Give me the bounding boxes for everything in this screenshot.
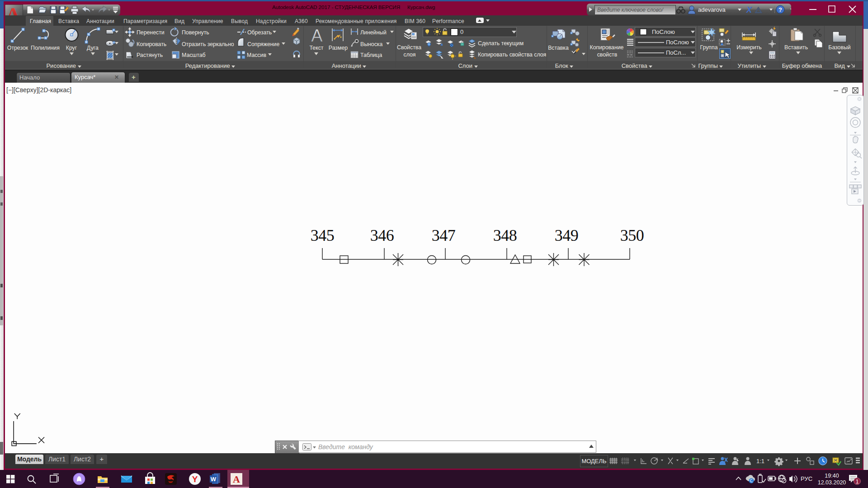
svg-text:Круг: Круг — [66, 45, 77, 51]
svg-text:0: 0 — [460, 28, 463, 35]
svg-text:Вставка: Вставка — [548, 45, 569, 51]
svg-text:РУС: РУС — [801, 475, 812, 482]
svg-text:Копировать: Копировать — [137, 41, 166, 47]
svg-text:Группа: Группа — [700, 44, 718, 51]
svg-text:Перенести: Перенести — [137, 29, 165, 36]
svg-text:Повернуть: Повернуть — [182, 29, 209, 36]
svg-text:Базовый: Базовый — [828, 44, 850, 51]
svg-text:Текст: Текст — [310, 45, 324, 51]
svg-text:Дуга: Дуга — [87, 45, 99, 51]
svg-text:A: A — [233, 474, 240, 485]
svg-text:Масштаб: Масштаб — [182, 52, 206, 58]
svg-text:слоя: слоя — [404, 52, 416, 58]
svg-text:Массив: Массив — [247, 52, 266, 58]
svg-text:Копирование: Копирование — [590, 44, 624, 51]
svg-text:?: ? — [778, 6, 782, 13]
svg-text:Y: Y — [192, 474, 198, 484]
svg-text:Сопряжение: Сопряжение — [247, 41, 279, 47]
svg-text:350: 350 — [620, 226, 644, 244]
svg-text:Вставить: Вставить — [784, 44, 808, 51]
svg-text:Отрезок: Отрезок — [7, 45, 28, 51]
svg-text:Полилиния: Полилиния — [31, 45, 60, 51]
svg-text:345: 345 — [311, 226, 335, 244]
svg-text:ПоСл...: ПоСл... — [666, 49, 686, 56]
svg-text:Сделать текущим: Сделать текущим — [478, 40, 524, 47]
svg-text:348: 348 — [493, 226, 517, 244]
svg-text:Линейный: Линейный — [360, 29, 387, 36]
svg-text:Измерить: Измерить — [736, 44, 762, 51]
svg-text:Таблица: Таблица — [360, 52, 382, 58]
svg-text:свойств: свойств — [597, 52, 618, 58]
svg-text:Обрезать: Обрезать — [247, 29, 272, 36]
svg-text:W: W — [211, 476, 217, 483]
svg-text:Размер: Размер — [329, 45, 348, 51]
svg-text:Растянуть: Растянуть — [137, 52, 163, 58]
svg-text:Свойства: Свойства — [397, 44, 421, 51]
svg-text:ПоСлою: ПоСлою — [666, 39, 689, 46]
svg-text:Отразить зеркально: Отразить зеркально — [182, 41, 234, 47]
svg-text:349: 349 — [555, 226, 579, 244]
svg-text:Копировать свойства слоя: Копировать свойства слоя — [478, 52, 546, 58]
svg-text:1: 1 — [856, 479, 859, 485]
svg-text:346: 346 — [370, 226, 394, 244]
svg-text:19:40: 19:40 — [825, 473, 839, 479]
svg-text:X: X — [746, 5, 752, 14]
svg-text:1:1: 1:1 — [756, 458, 764, 465]
svg-text:12.03.2020: 12.03.2020 — [818, 479, 846, 486]
svg-text:A: A — [311, 26, 323, 45]
svg-text:ПоСлою: ПоСлою — [652, 28, 675, 35]
svg-text:Выноска: Выноска — [360, 41, 382, 47]
svg-text:347: 347 — [432, 226, 456, 244]
